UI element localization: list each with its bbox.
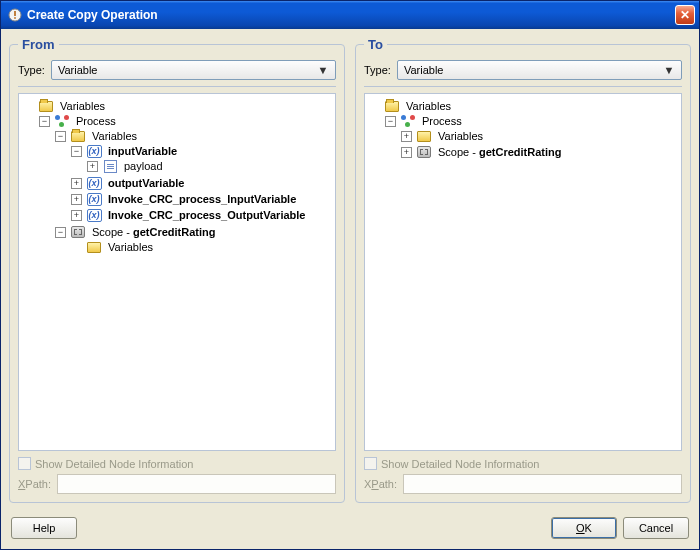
tree-collapse[interactable]: −	[385, 116, 396, 127]
cancel-label: Cancel	[639, 522, 673, 534]
to-type-select[interactable]: Variable ▼	[397, 60, 682, 80]
to-legend: To	[364, 37, 387, 52]
tree-node-variables-root[interactable]: Variables	[23, 99, 333, 113]
tree-node-scope[interactable]: + Scope - getCreditRating	[401, 145, 679, 159]
process-icon	[400, 114, 416, 128]
tree-expand[interactable]: +	[87, 161, 98, 172]
ok-label: OK	[576, 522, 592, 534]
tree-expand[interactable]: +	[71, 210, 82, 221]
tree-toggle	[23, 101, 34, 112]
window-title: Create Copy Operation	[27, 8, 675, 22]
payload-icon	[102, 159, 118, 173]
tree-label: Variables	[404, 100, 453, 112]
tree-label: inputVariable	[106, 145, 179, 157]
tree-toggle	[71, 242, 82, 253]
help-button[interactable]: Help	[11, 517, 77, 539]
tree-label: Invoke_CRC_process_InputVariable	[106, 193, 298, 205]
dialog-window: Create Copy Operation ✕ From Type: Varia…	[0, 0, 700, 550]
tree-collapse[interactable]: −	[71, 146, 82, 157]
tree-expand[interactable]: +	[401, 131, 412, 142]
tree-expand[interactable]: +	[401, 147, 412, 158]
tree-label: Variables	[90, 130, 139, 142]
svg-rect-1	[14, 11, 16, 16]
from-xpath-input	[57, 474, 336, 494]
chevron-down-icon: ▼	[661, 64, 677, 76]
tree-collapse[interactable]: −	[39, 116, 50, 127]
from-type-select[interactable]: Variable ▼	[51, 60, 336, 80]
tree-label: Invoke_CRC_process_OutputVariable	[106, 209, 307, 221]
tree-node-scope[interactable]: − Scope - getCreditRating	[55, 225, 333, 239]
from-show-detail-label: Show Detailed Node Information	[35, 458, 193, 470]
scope-icon	[416, 145, 432, 159]
tree-expand[interactable]: +	[71, 178, 82, 189]
tree-node-process[interactable]: − Process	[385, 114, 679, 128]
content-area: From Type: Variable ▼ Variables	[1, 29, 699, 511]
folder-icon	[86, 240, 102, 254]
from-legend: From	[18, 37, 59, 52]
variable-icon: (x)	[86, 176, 102, 190]
tree-label: Variables	[106, 241, 155, 253]
from-type-value: Variable	[58, 64, 98, 76]
to-xpath-label: XPath:	[364, 478, 397, 490]
scope-prefix: Scope -	[438, 146, 479, 158]
tree-node-invoke-input[interactable]: + (x) Invoke_CRC_process_InputVariable	[71, 192, 333, 206]
tree-node-process[interactable]: − Process	[39, 114, 333, 128]
scope-prefix: Scope -	[92, 226, 133, 238]
process-icon	[54, 114, 70, 128]
chevron-down-icon: ▼	[315, 64, 331, 76]
tree-node-outputvariable[interactable]: + (x) outputVariable	[71, 176, 333, 190]
tree-label: Scope - getCreditRating	[90, 226, 217, 238]
help-label: Help	[33, 522, 56, 534]
tree-toggle	[369, 101, 380, 112]
separator	[364, 86, 682, 87]
ok-button[interactable]: OK	[551, 517, 617, 539]
to-xpath-input	[403, 474, 682, 494]
variable-icon: (x)	[86, 144, 102, 158]
app-icon	[7, 7, 23, 23]
tree-label: outputVariable	[106, 177, 186, 189]
tree-label: Scope - getCreditRating	[436, 146, 563, 158]
tree-label: Variables	[436, 130, 485, 142]
tree-collapse[interactable]: −	[55, 227, 66, 238]
tree-label: Variables	[58, 100, 107, 112]
to-type-value: Variable	[404, 64, 444, 76]
scope-icon	[70, 225, 86, 239]
svg-point-2	[14, 17, 16, 19]
tree-node-scope-variables[interactable]: Variables	[71, 240, 333, 254]
from-type-label: Type:	[18, 64, 45, 76]
to-tree[interactable]: Variables − Process	[364, 93, 682, 451]
from-panel: From Type: Variable ▼ Variables	[9, 37, 345, 503]
titlebar: Create Copy Operation ✕	[1, 1, 699, 29]
tree-node-variables[interactable]: + Variables	[401, 129, 679, 143]
folder-icon	[38, 99, 54, 113]
tree-node-variables[interactable]: − Variables	[55, 129, 333, 143]
folder-icon	[384, 99, 400, 113]
tree-node-payload[interactable]: + payload	[87, 159, 333, 173]
variable-icon: (x)	[86, 208, 102, 222]
cancel-button[interactable]: Cancel	[623, 517, 689, 539]
scope-name: getCreditRating	[133, 226, 216, 238]
scope-name: getCreditRating	[479, 146, 562, 158]
close-icon: ✕	[680, 9, 690, 21]
close-button[interactable]: ✕	[675, 5, 695, 25]
to-panel: To Type: Variable ▼ Variables	[355, 37, 691, 503]
tree-label: payload	[122, 160, 165, 172]
tree-node-inputvariable[interactable]: − (x) inputVariable	[71, 144, 333, 158]
folder-icon	[70, 129, 86, 143]
tree-label: Process	[74, 115, 118, 127]
to-show-detail-label: Show Detailed Node Information	[381, 458, 539, 470]
tree-collapse[interactable]: −	[55, 131, 66, 142]
from-xpath-label: XPath:	[18, 478, 51, 490]
to-show-detail-checkbox	[364, 457, 377, 470]
tree-node-variables-root[interactable]: Variables	[369, 99, 679, 113]
from-tree[interactable]: Variables − Process	[18, 93, 336, 451]
tree-node-invoke-output[interactable]: + (x) Invoke_CRC_process_OutputVariable	[71, 208, 333, 222]
from-show-detail-checkbox	[18, 457, 31, 470]
folder-icon	[416, 129, 432, 143]
variable-icon: (x)	[86, 192, 102, 206]
separator	[18, 86, 336, 87]
tree-expand[interactable]: +	[71, 194, 82, 205]
button-bar: Help OK Cancel	[1, 511, 699, 549]
to-type-label: Type:	[364, 64, 391, 76]
tree-label: Process	[420, 115, 464, 127]
